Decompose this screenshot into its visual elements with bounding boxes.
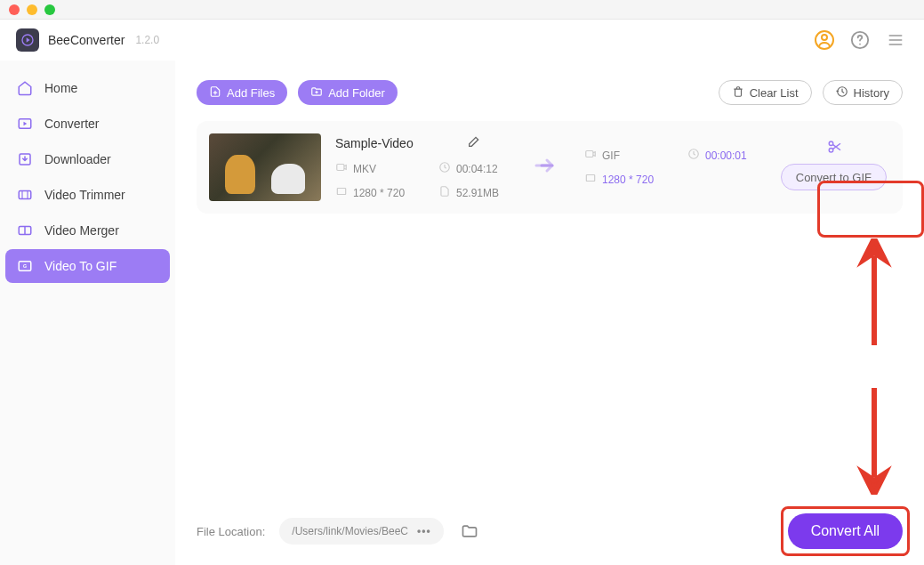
folder-add-icon bbox=[310, 85, 323, 101]
button-label: Add Folder bbox=[328, 86, 385, 100]
converter-icon bbox=[16, 115, 34, 133]
account-icon[interactable] bbox=[812, 28, 837, 52]
button-label: Convert to GIF bbox=[796, 171, 872, 184]
convert-to-gif-button[interactable]: Convert to GIF bbox=[781, 164, 887, 190]
add-files-button[interactable]: Add Files bbox=[197, 80, 287, 105]
svg-point-4 bbox=[859, 44, 861, 45]
target-file-info: GIF 00:00:01 1280 * 720 bbox=[584, 148, 766, 187]
target-resolution: 1280 * 720 bbox=[584, 172, 663, 187]
annotation-arrow-up bbox=[856, 238, 892, 345]
app-version: 1.2.0 bbox=[135, 34, 159, 46]
sidebar-item-label: Converter bbox=[44, 117, 99, 131]
file-add-icon bbox=[209, 85, 221, 101]
main-content: Add Files Add Folder Clear List History … bbox=[175, 61, 924, 565]
resolution-icon bbox=[335, 185, 348, 200]
convert-all-button[interactable]: Convert All bbox=[788, 513, 903, 549]
button-label: History bbox=[854, 86, 889, 100]
window-minimize-button[interactable] bbox=[27, 4, 37, 15]
window-titlebar bbox=[0, 0, 924, 20]
file-location-path[interactable]: /Users/link/Movies/BeeC ••• bbox=[279, 518, 443, 545]
sidebar: Home Converter Downloader Video Trimmer … bbox=[0, 61, 175, 565]
clock-icon bbox=[687, 148, 700, 163]
annotation-arrow-down bbox=[856, 388, 892, 495]
add-folder-button[interactable]: Add Folder bbox=[298, 80, 398, 105]
source-duration: 00:04:12 bbox=[438, 161, 517, 176]
trash-icon bbox=[732, 85, 744, 101]
convert-item-section: Convert to GIF bbox=[781, 144, 890, 190]
sidebar-item-converter[interactable]: Converter bbox=[5, 107, 170, 141]
video-thumbnail[interactable] bbox=[209, 133, 321, 201]
sidebar-item-video-merger[interactable]: Video Merger bbox=[5, 214, 170, 247]
history-icon bbox=[836, 85, 848, 101]
arrow-right-icon bbox=[534, 157, 559, 178]
file-item: Sample-Video MKV 00:04:12 bbox=[197, 121, 903, 214]
download-icon bbox=[16, 150, 34, 168]
target-format: GIF bbox=[584, 148, 663, 163]
history-button[interactable]: History bbox=[823, 80, 903, 105]
video-icon bbox=[584, 148, 597, 163]
help-icon[interactable] bbox=[848, 28, 872, 52]
sidebar-item-label: Downloader bbox=[44, 152, 111, 166]
source-file-info: Sample-Video MKV 00:04:12 bbox=[335, 134, 517, 200]
resolution-icon bbox=[584, 172, 597, 187]
target-duration: 00:00:01 bbox=[687, 148, 766, 163]
window-close-button[interactable] bbox=[9, 4, 20, 15]
path-text: /Users/link/Movies/BeeC bbox=[292, 525, 408, 537]
more-icon[interactable]: ••• bbox=[417, 525, 431, 537]
svg-rect-11 bbox=[337, 165, 344, 171]
toolbar: Add Files Add Folder Clear List History bbox=[197, 80, 903, 105]
svg-point-2 bbox=[822, 35, 827, 40]
svg-rect-14 bbox=[586, 151, 593, 157]
menu-icon[interactable] bbox=[883, 28, 908, 52]
scissors-icon[interactable] bbox=[827, 139, 843, 158]
clock-icon bbox=[438, 161, 451, 176]
open-folder-button[interactable] bbox=[458, 520, 481, 543]
sidebar-item-label: Home bbox=[44, 81, 77, 95]
video-icon bbox=[335, 161, 348, 176]
file-icon bbox=[438, 185, 451, 200]
app-name: BeeConverter bbox=[48, 33, 125, 47]
button-label: Clear List bbox=[750, 86, 799, 100]
app-header: BeeConverter 1.2.0 bbox=[0, 20, 924, 61]
clear-list-button[interactable]: Clear List bbox=[719, 80, 812, 105]
sidebar-item-video-to-gif[interactable]: G Video To GIF bbox=[5, 249, 170, 283]
button-label: Add Files bbox=[227, 86, 275, 100]
app-logo bbox=[16, 28, 39, 52]
button-label: Convert All bbox=[811, 523, 880, 538]
svg-rect-13 bbox=[337, 189, 345, 195]
sidebar-item-label: Video Trimmer bbox=[44, 188, 125, 202]
source-size: 52.91MB bbox=[438, 185, 517, 200]
source-resolution: 1280 * 720 bbox=[335, 185, 414, 200]
file-title: Sample-Video bbox=[335, 136, 414, 150]
sidebar-item-downloader[interactable]: Downloader bbox=[5, 142, 170, 176]
sidebar-item-label: Video To GIF bbox=[44, 259, 117, 273]
svg-rect-16 bbox=[586, 175, 594, 182]
source-format: MKV bbox=[335, 161, 414, 176]
window-maximize-button[interactable] bbox=[44, 4, 55, 15]
svg-rect-7 bbox=[19, 191, 31, 199]
sidebar-item-video-trimmer[interactable]: Video Trimmer bbox=[5, 178, 170, 212]
sidebar-item-label: Video Merger bbox=[44, 223, 119, 238]
gif-icon: G bbox=[16, 257, 34, 275]
edit-icon[interactable] bbox=[467, 134, 481, 152]
merger-icon bbox=[16, 222, 34, 239]
footer: File Location: /Users/link/Movies/BeeC •… bbox=[197, 497, 903, 549]
file-location-label: File Location: bbox=[197, 525, 265, 538]
svg-text:G: G bbox=[23, 263, 27, 269]
home-icon bbox=[16, 79, 34, 97]
sidebar-item-home[interactable]: Home bbox=[5, 71, 170, 105]
trimmer-icon bbox=[16, 186, 34, 204]
